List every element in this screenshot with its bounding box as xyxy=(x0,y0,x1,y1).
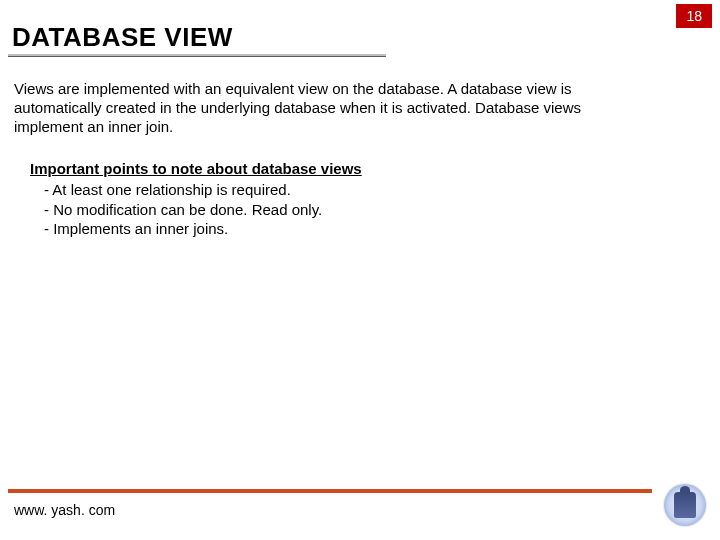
intro-paragraph: Views are implemented with an equivalent… xyxy=(14,80,644,136)
slide: 18 DATABASE VIEW Views are implemented w… xyxy=(0,0,720,540)
footer-divider xyxy=(8,489,652,493)
title-underline-shadow xyxy=(8,56,386,57)
list-item: - No modification can be done. Read only… xyxy=(44,200,322,220)
footer-logo-icon xyxy=(664,484,706,526)
footer-url: www. yash. com xyxy=(14,502,115,518)
list-item-text: Implements an inner joins. xyxy=(53,220,228,237)
bullets-list: - At least one relationship is required.… xyxy=(44,180,322,239)
bullets-heading: Important points to note about database … xyxy=(30,160,362,177)
slide-title: DATABASE VIEW xyxy=(12,22,233,53)
page-number-badge: 18 xyxy=(676,4,712,28)
list-item-text: No modification can be done. Read only. xyxy=(53,201,322,218)
list-item: - Implements an inner joins. xyxy=(44,219,322,239)
list-item-text: At least one relationship is required. xyxy=(52,181,290,198)
list-item: - At least one relationship is required. xyxy=(44,180,322,200)
